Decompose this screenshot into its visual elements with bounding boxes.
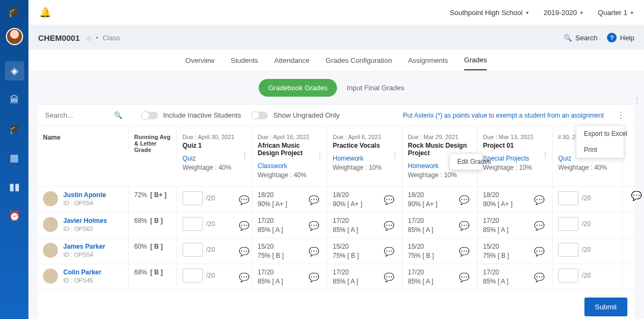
nav-alarm-icon[interactable]: ⏰ — [5, 206, 24, 226]
tab-students[interactable]: Students — [231, 51, 258, 70]
score-cell: 17/2085% [ A ]💬 — [327, 264, 402, 289]
assignment-menu-button[interactable]: ⋮ — [541, 151, 549, 160]
nav-calendar-icon[interactable]: ▦ — [5, 148, 24, 168]
export-excel-item[interactable]: Export to Excel — [576, 126, 624, 142]
student-name-link[interactable]: Colin Parker — [63, 269, 101, 276]
quarter-selector[interactable]: Quarter 1▾ — [598, 9, 633, 17]
toggle-inactive-students[interactable] — [142, 112, 158, 119]
score-cell: 17/2085% [ A ]💬 — [478, 264, 553, 289]
tab-grades-configuration[interactable]: Grades Configuration — [326, 51, 392, 70]
chevron-down-icon: ▾ — [631, 10, 633, 16]
comment-icon[interactable]: 💬 — [239, 246, 250, 256]
comment-icon[interactable]: 💬 — [384, 220, 394, 230]
comment-icon[interactable]: 💬 — [239, 220, 250, 230]
score-cell: 15/2075% [ B ]💬 — [402, 238, 478, 264]
grade-input[interactable] — [182, 269, 203, 282]
toolbar-menu-button[interactable]: ⋮ — [614, 110, 627, 120]
score-cell: 15/2075% [ B ]💬 — [327, 238, 402, 264]
print-item[interactable]: Print — [576, 142, 624, 158]
assignment-type-link[interactable]: Homework — [333, 155, 397, 162]
submit-button[interactable]: Submit — [584, 298, 627, 316]
running-avg-cell: 68% [ B ] — [129, 213, 177, 238]
comment-icon[interactable]: 💬 — [459, 194, 470, 205]
tab-attendance[interactable]: Attendance — [274, 51, 310, 70]
student-id: ID : OPS45 — [63, 277, 101, 284]
comment-icon[interactable]: 💬 — [534, 272, 545, 282]
score-cell: 17/2085% [ A ]💬 — [478, 213, 553, 238]
tab-assignments[interactable]: Assignments — [408, 51, 448, 70]
help-button[interactable]: ?Help — [607, 33, 634, 42]
assignment-type-link[interactable]: Quiz — [182, 155, 246, 162]
comment-icon[interactable]: 💬 — [384, 246, 394, 256]
export-menu: Export to Excel Print — [576, 125, 624, 158]
topbar: 🔔 Southpoint High School▾ 2019-2020▾ Qua… — [28, 0, 644, 25]
assignment-menu-button[interactable]: ⋮ — [391, 151, 399, 160]
comment-icon[interactable]: 💬 — [239, 194, 250, 205]
comment-icon[interactable]: 💬 — [459, 272, 470, 282]
tab-overview[interactable]: Overview — [186, 51, 215, 70]
grade-input[interactable] — [182, 191, 203, 205]
student-name-link[interactable]: Javier Holmes — [63, 217, 107, 224]
notifications-icon[interactable]: 🔔 — [39, 6, 51, 18]
comment-icon[interactable]: 💬 — [309, 194, 319, 205]
nav-reports-icon[interactable]: ▮▮ — [5, 177, 24, 197]
grade-input-cell: /20💬 — [553, 187, 623, 212]
grade-input[interactable] — [558, 269, 579, 282]
user-avatar[interactable] — [6, 28, 23, 45]
nav-academics-icon[interactable]: 🎓 — [5, 119, 24, 139]
comment-icon[interactable]: 💬 — [384, 272, 394, 282]
comment-icon[interactable]: 💬 — [384, 194, 394, 205]
score-cell: 15/2075% [ B ]💬 — [252, 238, 327, 264]
grade-input-cell: /20💬 — [177, 187, 252, 212]
assignment-menu-button[interactable]: ⋮ — [633, 96, 641, 105]
comment-icon[interactable]: 💬 — [459, 220, 470, 230]
grade-input[interactable] — [558, 243, 579, 257]
pill-input-final-grades[interactable]: Input Final Grades — [337, 79, 414, 97]
student-id: ID : OPS54 — [63, 200, 106, 206]
student-name-link[interactable]: Justin Aponte — [63, 191, 106, 199]
grade-input[interactable] — [182, 243, 203, 257]
comment-icon[interactable]: 💬 — [309, 272, 319, 282]
chevron-down-icon: ▾ — [526, 10, 529, 16]
year-selector[interactable]: 2019-2020▾ — [544, 9, 583, 17]
comment-icon[interactable]: 💬 — [631, 190, 642, 200]
student-cell: Justin AponteID : OPS54 — [38, 187, 129, 212]
grade-input-cell: /20💬 — [177, 238, 252, 264]
student-cell: James ParkerID : OPS54 — [38, 238, 129, 264]
student-name-link[interactable]: James Parker — [63, 243, 105, 250]
col-assignment: Due : April 30, 2021Quiz 1QuizWeightage … — [177, 126, 252, 186]
comment-icon[interactable]: 💬 — [534, 220, 545, 230]
pill-gradebook-grades[interactable]: Gradebook Grades — [259, 79, 338, 97]
sidebar: 🎓 ◈ 🏛 🎓 ▦ ▮▮ ⏰ — [0, 0, 28, 319]
comment-icon[interactable]: 💬 — [309, 246, 319, 256]
assignment-type-link[interactable]: Classwork — [258, 162, 321, 170]
comment-icon[interactable]: 💬 — [534, 246, 545, 256]
tab-grades[interactable]: Grades — [464, 50, 487, 70]
nav-layers-icon[interactable]: ◈ — [5, 61, 24, 81]
col-assignment: Due : Mar 29, 2021Rock Music Design Proj… — [402, 126, 478, 186]
edit-grades-item[interactable]: Edit Grades — [450, 154, 482, 170]
assignment-menu-button[interactable]: ⋮ — [241, 151, 248, 160]
comment-icon[interactable]: 💬 — [309, 220, 319, 230]
col-assignment: Due : April 6, 2021Practice VocalsHomewo… — [327, 126, 402, 186]
search-icon[interactable]: 🔍 — [114, 111, 122, 119]
help-icon: ? — [607, 33, 617, 42]
search-button[interactable]: 🔍Search — [564, 34, 597, 42]
comment-icon[interactable]: 💬 — [459, 246, 470, 256]
school-selector[interactable]: Southpoint High School▾ — [450, 9, 529, 17]
assignment-menu-button[interactable]: ⋮ — [316, 151, 324, 160]
comment-icon[interactable]: 💬 — [239, 272, 250, 282]
subheader: CHEM0001 ⌂ • Class 🔍Search ?Help — [28, 25, 644, 50]
course-code: CHEM0001 — [38, 33, 80, 42]
grade-input[interactable] — [558, 217, 579, 231]
assignment-type-link[interactable]: Special Projects — [483, 155, 547, 162]
score-cell: 18/2090% [ A+ ]💬 — [252, 187, 327, 212]
comment-icon[interactable]: 💬 — [534, 194, 545, 205]
tabbar: OverviewStudentsAttendanceGrades Configu… — [28, 50, 644, 71]
home-icon[interactable]: ⌂ — [87, 34, 92, 42]
grade-input[interactable] — [182, 217, 203, 231]
nav-institution-icon[interactable]: 🏛 — [5, 90, 24, 110]
search-input[interactable] — [45, 111, 109, 119]
grade-input[interactable] — [558, 191, 579, 205]
toggle-ungraded-only[interactable] — [252, 112, 268, 119]
